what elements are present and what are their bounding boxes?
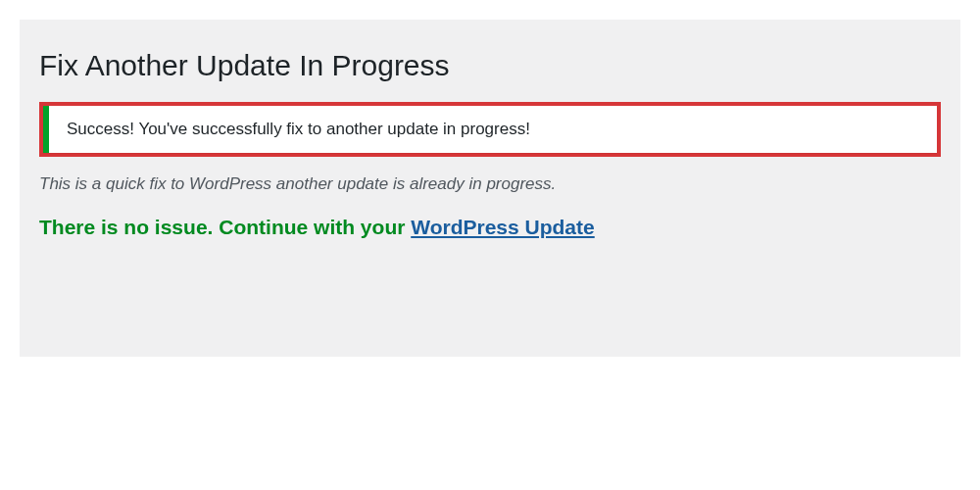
status-line: There is no issue. Continue with your Wo… (39, 216, 941, 239)
status-text: There is no issue. Continue with your (39, 216, 411, 238)
wordpress-update-link[interactable]: WordPress Update (411, 216, 595, 238)
page-title: Fix Another Update In Progress (39, 49, 941, 82)
success-notice: Success! You've successfully fix to anot… (43, 106, 937, 153)
notice-message: Success! You've successfully fix to anot… (67, 120, 919, 139)
admin-panel: Fix Another Update In Progress Success! … (20, 20, 960, 357)
notice-highlight-box: Success! You've successfully fix to anot… (39, 102, 941, 157)
description-text: This is a quick fix to WordPress another… (39, 174, 941, 194)
